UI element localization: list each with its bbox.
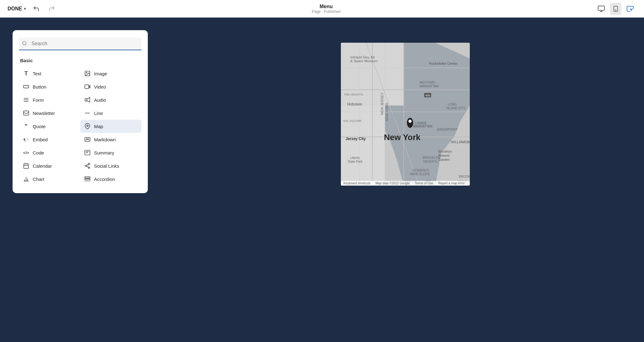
svg-text:Brooklyn: Brooklyn xyxy=(438,149,452,153)
sidebar-item-audio[interactable]: Audio xyxy=(80,93,142,106)
sidebar-item-chart[interactable]: Chart xyxy=(19,172,80,186)
svg-rect-42 xyxy=(85,180,90,182)
svg-text:Botanic: Botanic xyxy=(438,154,450,157)
svg-text:New York: New York xyxy=(384,133,421,142)
svg-point-9 xyxy=(86,72,87,73)
page-subtitle: Page · Published xyxy=(312,9,341,14)
sidebar-item-image[interactable]: Image xyxy=(80,67,142,80)
svg-point-32 xyxy=(85,165,87,167)
svg-text:& Space Museum: & Space Museum xyxy=(350,59,378,63)
item-label-calendar: Calendar xyxy=(33,163,52,169)
svg-rect-45 xyxy=(341,106,385,186)
svg-rect-18 xyxy=(24,111,29,115)
topbar-right xyxy=(595,3,636,15)
sidebar-item-map[interactable]: Map xyxy=(80,120,142,133)
map-icon xyxy=(84,123,91,130)
svg-text:NEW JERSEY: NEW JERSEY xyxy=(380,92,384,115)
svg-text:HEIGHTS: HEIGHTS xyxy=(423,160,437,163)
svg-rect-3 xyxy=(614,6,618,11)
redo-button[interactable] xyxy=(47,3,57,14)
main-content: Basic T Text Image Button xyxy=(0,18,644,342)
sidebar-item-calendar[interactable]: Calendar xyxy=(19,159,80,172)
social-links-icon xyxy=(84,162,91,169)
sidebar-item-code[interactable]: </> Code xyxy=(19,146,80,159)
chevron-down-icon: ▾ xyxy=(24,7,26,11)
svg-point-6 xyxy=(23,41,26,45)
topbar-center: Menu Page · Published xyxy=(312,4,341,14)
svg-rect-41 xyxy=(85,178,90,180)
accordion-icon xyxy=(84,176,91,182)
svg-rect-0 xyxy=(598,6,604,10)
item-label-line: Line xyxy=(94,111,103,116)
svg-text:Intrepid Sea, Air: Intrepid Sea, Air xyxy=(350,55,375,59)
item-label-form: Form xyxy=(33,97,44,103)
sidebar-item-quote[interactable]: " Quote xyxy=(19,120,80,133)
svg-line-34 xyxy=(86,166,88,167)
publish-button[interactable] xyxy=(624,3,636,15)
svg-rect-11 xyxy=(85,85,89,89)
sidebar-item-button[interactable]: Button xyxy=(19,80,80,93)
item-label-audio: Audio xyxy=(94,97,106,103)
item-label-accordion: Accordion xyxy=(94,176,115,182)
item-label-quote: Quote xyxy=(33,124,46,129)
search-input[interactable] xyxy=(19,38,142,50)
button-icon xyxy=(23,83,30,90)
svg-text:BROOKLYN: BROOKLYN xyxy=(459,175,470,178)
mobile-icon xyxy=(613,5,619,13)
sidebar-item-markdown[interactable]: Markdown xyxy=(80,133,142,146)
item-label-code: Code xyxy=(33,150,44,155)
keyboard-shortcuts: Keyboard shortcuts xyxy=(343,182,370,185)
publish-icon xyxy=(626,5,634,13)
sidebar-item-line[interactable]: Line xyxy=(80,106,142,120)
sidebar-item-newsletter[interactable]: Newsletter xyxy=(19,106,80,120)
undo-button[interactable] xyxy=(31,3,42,14)
video-icon xyxy=(84,83,91,90)
topbar: DONE ▾ Menu Page · Published xyxy=(0,0,644,18)
section-label: Basic xyxy=(19,58,142,63)
page-title: Menu xyxy=(312,4,341,9)
sidebar-item-video[interactable]: Video xyxy=(80,80,142,93)
svg-text:THE HEIGHTS: THE HEIGHTS xyxy=(344,93,363,96)
markdown-icon xyxy=(84,136,91,143)
newsletter-icon xyxy=(23,110,30,117)
terms-of-use: Terms of Use xyxy=(415,182,433,185)
redo-icon xyxy=(48,5,55,12)
item-label-chart: Chart xyxy=(33,176,44,182)
item-label-video: Video xyxy=(94,84,106,90)
svg-point-86 xyxy=(408,120,412,123)
sidebar-item-form[interactable]: Form xyxy=(19,93,80,106)
map-data: Map data ©2022 Google xyxy=(375,182,410,185)
image-icon xyxy=(84,70,91,77)
svg-text:NAL SQUARE: NAL SQUARE xyxy=(343,119,362,122)
svg-point-20 xyxy=(87,125,88,127)
svg-point-33 xyxy=(88,167,90,168)
svg-line-35 xyxy=(86,164,88,165)
done-label: DONE xyxy=(8,6,22,12)
svg-text:PARK SLOPE: PARK SLOPE xyxy=(410,172,430,176)
item-label-embed: Embed xyxy=(33,137,48,142)
done-button[interactable]: DONE ▾ xyxy=(8,6,26,12)
item-label-markdown: Markdown xyxy=(94,137,116,142)
summary-icon xyxy=(84,149,91,156)
sidebar-item-embed[interactable]: Embed xyxy=(19,133,80,146)
item-label-button: Button xyxy=(33,84,46,90)
desktop-view-button[interactable] xyxy=(595,3,608,15)
svg-text:495: 495 xyxy=(425,94,430,97)
code-icon: </> xyxy=(23,149,30,156)
embed-icon xyxy=(23,136,30,143)
item-label-text: Text xyxy=(33,71,42,76)
svg-rect-27 xyxy=(24,164,29,168)
sidebar-item-text[interactable]: T Text xyxy=(19,67,80,80)
sidebar-panel: Basic T Text Image Button xyxy=(13,30,148,193)
desktop-icon xyxy=(597,5,605,13)
chart-icon xyxy=(23,176,30,182)
sidebar-item-accordion[interactable]: Accordion xyxy=(80,172,142,186)
svg-text:GOWANUS: GOWANUS xyxy=(413,169,429,172)
mobile-view-button[interactable] xyxy=(610,3,621,15)
sidebar-item-social-links[interactable]: Social Links xyxy=(80,159,142,172)
sidebar-item-summary[interactable]: Summary xyxy=(80,146,142,159)
map-footer: Keyboard shortcuts Map data ©2022 Google… xyxy=(341,181,470,186)
svg-text:Liberty: Liberty xyxy=(350,156,360,160)
quote-icon: " xyxy=(23,123,30,130)
svg-rect-16 xyxy=(85,99,87,101)
